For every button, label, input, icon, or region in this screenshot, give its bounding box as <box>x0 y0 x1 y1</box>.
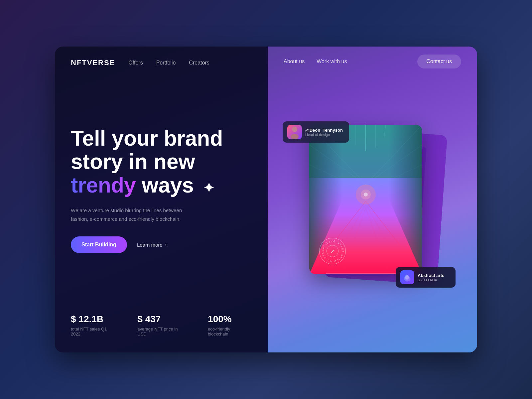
hero-title-trendy: trendy <box>71 173 136 197</box>
learn-more-button[interactable]: Learn more › <box>137 242 167 248</box>
hero-actions: Start Building Learn more › <box>71 236 252 253</box>
arts-title: Abstract arts <box>418 273 444 278</box>
creator-avatar <box>287 125 302 139</box>
hero-subtitle: We are a venture studio blurring the lin… <box>71 206 184 223</box>
nav-link-about[interactable]: About us <box>284 59 305 65</box>
nav-link-creators[interactable]: Creators <box>189 60 209 66</box>
svg-text:BUILDING START BUILDING START: BUILDING START BUILDING START <box>320 238 344 263</box>
main-layout: NFTVERSE Offers Portfolio Creators Tell … <box>55 47 477 352</box>
arrow-right-icon: › <box>165 242 167 247</box>
stat-label-1: average NFT price in USD <box>137 327 188 336</box>
left-panel: NFTVERSE Offers Portfolio Creators Tell … <box>55 47 268 352</box>
left-nav: NFTVERSE Offers Portfolio Creators <box>55 47 268 79</box>
stat-value-0: $ 12.1B <box>71 314 117 325</box>
hero-title-ways-text: ways <box>142 173 194 197</box>
stat-item-0: $ 12.1B total NFT sales Q1 2022 <box>71 314 117 336</box>
logo: NFTVERSE <box>71 59 115 67</box>
creator-role: Head of design <box>305 133 343 137</box>
arts-icon <box>400 270 414 284</box>
right-nav: About us Work with us Contact us <box>268 47 477 76</box>
circle-badge-text: BUILDING START BUILDING START <box>320 238 345 264</box>
stats-section: $ 12.1B total NFT sales Q1 2022 $ 437 av… <box>55 314 268 352</box>
stat-item-2: 100% eco-friendly blockchain <box>208 314 252 336</box>
contact-button[interactable]: Contact us <box>417 55 461 68</box>
hero-title: Tell your brand story in new trendy ways… <box>71 127 252 197</box>
circle-badge-ring: BUILDING START BUILDING START ↗ <box>319 238 346 264</box>
stat-value-1: $ 437 <box>137 314 188 325</box>
stat-item-1: $ 437 average NFT price in USD <box>137 314 188 336</box>
right-panel: About us Work with us Contact us <box>268 47 477 352</box>
nav-link-work[interactable]: Work with us <box>317 59 347 65</box>
arts-info: Abstract arts 85 000 ADA <box>418 273 444 282</box>
hero-title-line2: story in new <box>71 150 195 174</box>
hero-title-line1: Tell your brand <box>71 126 223 150</box>
creator-badge: @Deon_Tennyson Head of design <box>283 121 349 143</box>
stat-label-0: total NFT sales Q1 2022 <box>71 327 117 336</box>
arts-price: 85 000 ADA <box>418 278 444 282</box>
stat-label-2: eco-friendly blockchain <box>208 327 252 336</box>
svg-point-30 <box>364 193 368 197</box>
start-building-button[interactable]: Start Building <box>71 236 127 253</box>
nav-link-offers[interactable]: Offers <box>128 60 143 66</box>
hero-content: Tell your brand story in new trendy ways… <box>55 79 268 314</box>
artwork-container: @Deon_Tennyson Head of design <box>309 125 436 284</box>
app-window: NFTVERSE Offers Portfolio Creators Tell … <box>55 47 477 352</box>
sparkle-icon: ✦ <box>203 181 214 195</box>
svg-point-33 <box>291 134 299 139</box>
stat-value-2: 100% <box>208 314 252 325</box>
creator-info: @Deon_Tennyson Head of design <box>305 128 343 137</box>
arts-badge: Abstract arts 85 000 ADA <box>396 267 456 288</box>
circle-badge[interactable]: BUILDING START BUILDING START ↗ <box>319 238 346 264</box>
nav-link-portfolio[interactable]: Portfolio <box>156 60 176 66</box>
svg-point-32 <box>292 127 297 132</box>
creator-handle: @Deon_Tennyson <box>305 128 343 133</box>
learn-more-label: Learn more <box>137 242 163 248</box>
